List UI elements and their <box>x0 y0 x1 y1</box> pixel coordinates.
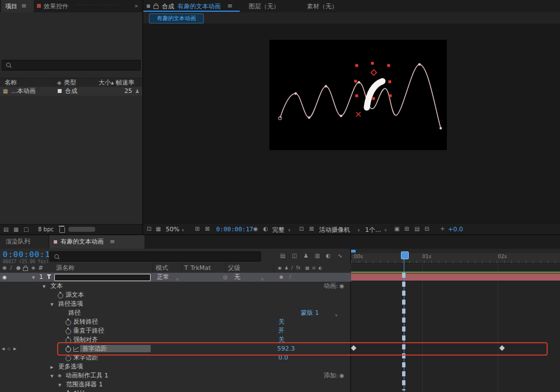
row-more-options[interactable]: ▶ 更多选项 <box>0 362 351 371</box>
pickwhip-icon[interactable]: ◎ <box>223 273 228 282</box>
transparency-grid-icon[interactable]: ⊠ <box>309 226 314 232</box>
viewer-timecode[interactable]: 0:00:00:17 <box>216 226 253 233</box>
current-time-indicator-head[interactable] <box>401 251 409 259</box>
row-start-clipped[interactable]: 起始 <box>0 389 351 392</box>
layer-quality-icon[interactable]: ● <box>279 273 283 282</box>
bpc-label[interactable]: 8 bpc <box>38 226 54 232</box>
layer-mode-select[interactable]: 正常 <box>157 273 169 282</box>
col-size[interactable]: 大小 <box>99 78 111 87</box>
stopwatch-icon[interactable] <box>66 320 71 325</box>
expand-icon[interactable]: ▶ <box>50 363 53 372</box>
timeline-current-timecode[interactable]: 0:00:00:17 <box>3 250 55 259</box>
col-parent[interactable]: 父级 <box>228 263 240 273</box>
row-label[interactable]: 垂直于路径 <box>73 326 104 335</box>
tab-layer[interactable]: 图层（无） <box>249 2 279 11</box>
tab-effect-controls[interactable]: 效果控件 <box>44 2 68 11</box>
row-label[interactable]: 起始 <box>73 389 86 392</box>
col-mode[interactable]: 模式 <box>156 263 168 273</box>
path-end-point[interactable] <box>440 127 442 129</box>
trash-icon[interactable] <box>59 227 65 233</box>
path-point[interactable] <box>418 63 421 66</box>
path-point[interactable] <box>340 115 342 117</box>
tab-render-queue[interactable]: 渲染队列 <box>0 235 48 249</box>
panel-menu-icon[interactable]: ≡ <box>21 2 26 10</box>
row-perpendicular-to-path[interactable]: 垂直于路径 开 <box>0 326 351 335</box>
mask-visibility-icon[interactable]: ⊠ <box>205 226 209 232</box>
timeline-track-area[interactable] <box>351 249 560 392</box>
stopwatch-icon[interactable] <box>66 329 71 334</box>
project-item-row[interactable]: ▦ ...本动画 合成 25 ♟ <box>0 87 142 96</box>
row-label[interactable]: 路径 <box>68 309 81 318</box>
view-layout-icon[interactable]: ▣ <box>394 226 399 232</box>
stopwatch-icon[interactable] <box>66 356 71 361</box>
vertical-divider[interactable] <box>142 0 143 235</box>
item-name[interactable]: ...本动画 <box>11 87 36 96</box>
column-separator[interactable] <box>152 263 153 273</box>
viewer-comp-subtab[interactable]: 有趣的文本动画 <box>149 13 204 24</box>
row-label[interactable]: 更多选项 <box>58 362 83 371</box>
view-count-select[interactable]: 1个... <box>365 226 381 234</box>
composition-canvas[interactable] <box>269 40 447 150</box>
timeline-menu-icon[interactable]: ≡ <box>110 235 115 249</box>
row-text-group[interactable]: ▼ 文本 动画: ◉ <box>0 282 351 291</box>
exposure-reset-icon[interactable]: + <box>440 226 445 232</box>
path-point[interactable] <box>308 116 310 119</box>
column-separator[interactable] <box>55 78 55 87</box>
row-label[interactable]: 动画制作工具 1 <box>66 371 109 380</box>
layer-duration-bar[interactable] <box>351 273 560 281</box>
timeline-search-input[interactable] <box>49 251 261 262</box>
show-channels-icon[interactable]: ◐ <box>263 226 268 232</box>
hide-shy-icon[interactable]: ♟ <box>304 253 309 259</box>
motion-path[interactable] <box>280 64 441 128</box>
collapse-icon[interactable]: ▼ <box>43 282 45 291</box>
layer-eye-icon[interactable]: ◉ <box>2 273 7 282</box>
col-source-name[interactable]: 源名称 <box>56 263 74 273</box>
path-point[interactable] <box>358 81 360 83</box>
footer-icon-1[interactable]: ▤ <box>3 226 8 232</box>
column-separator[interactable] <box>225 263 226 273</box>
work-area-start-handle[interactable] <box>351 250 356 253</box>
time-ruler[interactable]: :00s 01s 02s <box>351 253 560 264</box>
path-point[interactable] <box>325 85 327 87</box>
path-mask-select[interactable]: 蒙版 1 <box>301 309 319 318</box>
chevron-down-icon[interactable]: ∨ <box>288 228 291 232</box>
row-reverse-path[interactable]: 反转路径 关 <box>0 318 351 326</box>
col-trkmat[interactable]: TrkMat <box>190 263 211 273</box>
work-area-bar[interactable] <box>351 249 560 253</box>
chevron-down-icon[interactable]: ∨ <box>384 228 387 232</box>
tab-overflow-icon[interactable]: » <box>134 2 138 10</box>
column-separator[interactable] <box>273 263 274 273</box>
add-menu-icon[interactable]: ◉ <box>339 371 344 380</box>
frame-blend-icon[interactable]: ▥ <box>315 253 320 259</box>
pixel-aspect-icon[interactable]: ⊞ <box>404 226 409 232</box>
resolution-select[interactable]: 完整 <box>272 226 284 234</box>
project-search-input[interactable] <box>2 60 141 71</box>
timeline-button-icon[interactable]: ⊟ <box>424 226 429 232</box>
animate-menu-icon[interactable]: ◉ <box>339 282 344 291</box>
snapshot-camera-icon[interactable]: ◉ <box>253 226 258 232</box>
tab-comp-name[interactable]: 有趣的文本动画 <box>178 2 221 11</box>
col-type[interactable]: 类型 <box>64 78 76 87</box>
graph-editor-icon[interactable]: ∿ <box>338 253 342 259</box>
row-range-selector-1[interactable]: ▼ 范围选择器 1 <box>0 380 351 389</box>
fast-previews-icon[interactable]: ▤ <box>414 226 419 232</box>
horizontal-scrollbar-thumb[interactable] <box>68 227 95 232</box>
motion-blur-icon[interactable]: ◐ <box>326 253 331 259</box>
chevron-down-icon[interactable]: ∨ <box>357 228 360 232</box>
viewer-menu-icon[interactable]: ≡ <box>227 2 232 10</box>
col-framerate[interactable]: 帧速率 <box>116 78 134 87</box>
col-name[interactable]: 名称 <box>4 78 17 87</box>
region-of-interest-icon[interactable]: ⊡ <box>299 226 304 232</box>
tab-timeline-comp[interactable]: 有趣的文本动画 ≡ <box>49 235 144 249</box>
tab-comp-prefix[interactable]: 合成 <box>162 2 174 11</box>
zoom-level[interactable]: 50% <box>166 226 179 233</box>
footer-icon-3[interactable]: □ <box>24 226 29 232</box>
comp-flowchart-icon[interactable]: ▤ <box>280 253 285 259</box>
keyframe-prev-icon[interactable]: ◀ <box>2 344 4 353</box>
layer-quality-slash-icon[interactable]: / <box>290 273 291 282</box>
draft3d-icon[interactable]: ◫ <box>292 253 297 259</box>
row-path-options[interactable]: ▼ 路径选项 <box>0 300 351 309</box>
stopwatch-icon[interactable] <box>58 293 63 298</box>
collapse-icon[interactable]: ▼ <box>58 381 61 390</box>
column-separator[interactable] <box>94 78 95 87</box>
